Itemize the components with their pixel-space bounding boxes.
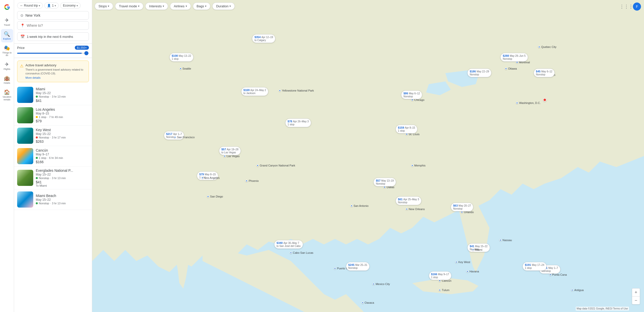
- filter-label: Interests: [149, 4, 162, 8]
- filter-chevron: ▾: [186, 5, 187, 8]
- map-pin-montreal-pin[interactable]: $288 May 29–Jun 5Nonstop: [500, 53, 528, 62]
- destination-thumbnail: [17, 107, 33, 123]
- price-label: Price: [17, 46, 25, 50]
- map-pin-sf[interactable]: $217 Apr 1–7Nonstop: [164, 131, 184, 140]
- main-panel: ↔ Round trip ▾ 👤 1 ▾ Economy ▾ ⊙ 📍: [14, 0, 92, 312]
- sidebar-item-explore[interactable]: 🔍 Explore: [1, 29, 13, 42]
- destination-dates: May 15–22: [36, 91, 89, 95]
- filter-duration-button[interactable]: Duration▾: [212, 3, 235, 10]
- filter-travel-mode-button[interactable]: Travel mode▾: [115, 3, 143, 10]
- destination-name: Cancún: [36, 148, 89, 152]
- trip-options: ↔ Round trip ▾ 👤 1 ▾ Economy ▾: [17, 3, 89, 9]
- origin-input[interactable]: [25, 13, 86, 17]
- flight-type: Nonstop: [39, 177, 49, 180]
- map-pin-cancun-pin[interactable]: $166 May 9–171 stop: [429, 271, 451, 280]
- map-pin-las-vegas[interactable]: $57 Apr 19–28to Las Vegas: [219, 147, 241, 155]
- destination-info: Miami Beach May 15–22 Nonstop · 3 hr 13 …: [36, 194, 89, 205]
- filter-chevron: ▾: [229, 5, 231, 8]
- pin-price: $45: [536, 70, 540, 73]
- user-avatar[interactable]: F: [633, 3, 641, 11]
- map-pin-dallas-pin[interactable]: $57 May 13–19Nonstop: [374, 178, 396, 186]
- apps-button[interactable]: ⋮⋮⋮: [622, 2, 631, 11]
- destination-dates: May 15–22: [36, 198, 89, 202]
- destination-input[interactable]: [27, 23, 86, 27]
- map-pin-stlouis-pin[interactable]: $159 Apr 8–151 stop: [396, 125, 417, 133]
- pin-price: $78: [288, 120, 292, 123]
- filter-bags-button[interactable]: Bags▾: [193, 3, 211, 10]
- zoom-out-button[interactable]: −: [632, 296, 640, 304]
- map-pin-miami-pin[interactable]: $41 May 15–22Nonstop: [467, 243, 490, 252]
- date-row[interactable]: 📅 1-week trip in the next 6 months: [17, 32, 89, 41]
- google-logo: [2, 2, 12, 12]
- filter-label: Stops: [98, 4, 107, 8]
- hotels-icon: 🏨: [4, 75, 10, 81]
- map-pin-banff[interactable]: $354 Apr 12–19to Calgary: [252, 34, 275, 43]
- filter-airlines-button[interactable]: Airlines▾: [170, 3, 191, 10]
- pin-sub: to San José del Cabo: [277, 245, 301, 247]
- pin-dates: May 13–19: [381, 179, 394, 182]
- sidebar-item-flights[interactable]: ✈ Flights: [1, 59, 13, 73]
- map-pin-jackson[interactable]: $169 Apr 24–May 2to Jackson: [241, 87, 268, 96]
- destination-item[interactable]: Los Angeles May 8–15 1 stop · 7 hr 49 mi…: [14, 105, 92, 126]
- flight-duration: 3 hr 17 min: [52, 136, 66, 139]
- pin-price: $61: [398, 198, 402, 201]
- map-pin-toronto-pin[interactable]: $186 May 22–29Nonstop: [467, 69, 491, 77]
- destination-name: Everglades National P...: [36, 168, 89, 173]
- filter-label: Bags: [197, 4, 204, 8]
- filter-chevron: ▾: [163, 5, 164, 8]
- destination-item[interactable]: Cancún May 9–17 1 stop · 6 hr 34 min $16…: [14, 146, 92, 166]
- map-pin-la-pin[interactable]: $79 May 8–151 stop: [197, 172, 218, 180]
- things-to-do-icon: 🎭: [4, 45, 10, 51]
- destination-info: Los Angeles May 8–15 1 stop · 7 hr 49 mi…: [36, 107, 89, 123]
- pin-price: $63: [453, 204, 458, 207]
- map-pin-neworleans-pin[interactable]: $61 Apr 25–May 3Nonstop: [396, 196, 421, 205]
- pin-dates: May 6–12: [541, 70, 552, 73]
- zoom-controls: + −: [632, 288, 640, 304]
- sidebar-item-hotels[interactable]: 🏨 Hotels: [1, 73, 13, 87]
- flight-type: 1 stop: [39, 116, 46, 119]
- destination-item[interactable]: Miami May 15–22 Nonstop · 3 hr 13 min $4…: [14, 85, 92, 105]
- sidebar-item-things-to-do[interactable]: 🎭 Things to do: [1, 43, 13, 59]
- zoom-in-button[interactable]: +: [632, 288, 640, 296]
- map-pin-boston-pin[interactable]: $45 May 6–12Nonstop: [534, 69, 555, 77]
- filter-interests-button[interactable]: Interests▾: [145, 3, 168, 10]
- round-trip-button[interactable]: ↔ Round trip ▾: [17, 3, 43, 9]
- origin-input-row[interactable]: ⊙: [17, 11, 89, 20]
- pin-price: $86: [403, 92, 408, 95]
- trip-type-icon: ↔: [20, 4, 23, 7]
- map-pin-sjcabo[interactable]: $340 Apr 30–May 7to San José del Cabo: [274, 240, 303, 249]
- flight-duration: 6 hr 34 min: [49, 156, 63, 159]
- price-slider[interactable]: [17, 51, 89, 56]
- pin-sub: to Las Vegas: [221, 151, 236, 154]
- cabin-button[interactable]: Economy ▾: [60, 3, 81, 9]
- map-pin-sdrcabo[interactable]: $191 May 17–241 stop: [523, 262, 547, 271]
- destination-flight-info: Nonstop · 3 hr 13 min: [36, 177, 89, 180]
- advisory-link[interactable]: More details: [25, 76, 41, 79]
- destination-info: Everglades National P... May 15–22 Nonst…: [36, 168, 89, 187]
- destination-item[interactable]: Everglades National P... May 15–22 Nonst…: [14, 166, 92, 189]
- map-pin-puertovallarta-pin[interactable]: $245 Mar 25–31Nonstop: [346, 262, 369, 271]
- destination-info: Miami May 15–22 Nonstop · 3 hr 13 min $4…: [36, 87, 89, 103]
- destination-item[interactable]: Key West May 15–22 Nonstop · 3 hr 17 min…: [14, 126, 92, 146]
- explore-icon: 🔍: [4, 31, 10, 37]
- map-pin-vancouver[interactable]: $108 May 13–221 stop: [170, 53, 193, 62]
- flight-quality-dot: [36, 136, 38, 138]
- map-pin-orlando-pin[interactable]: $63 May 20–27Nonstop: [451, 203, 473, 211]
- pin-price: $354: [254, 36, 260, 39]
- map-pin-chicago-pin[interactable]: $86 May 6–12Nonstop: [401, 91, 422, 99]
- destination-thumbnail: [17, 87, 33, 103]
- passengers-button[interactable]: 👤 1 ▾: [44, 3, 59, 9]
- map-pin-denver-pin[interactable]: $78 Apr 26–May 31 stop: [285, 119, 311, 127]
- destination-input-row[interactable]: 📍: [17, 21, 89, 30]
- destination-item[interactable]: Miami Beach May 15–22 Nonstop · 3 hr 13 …: [14, 189, 92, 210]
- advisory-icon: ⚠: [20, 64, 23, 79]
- pin-sub: Nonstop: [398, 201, 407, 204]
- slider-thumb[interactable]: [84, 51, 88, 55]
- pin-dates: May 17–24: [532, 264, 544, 266]
- sidebar-item-vacation-rentals[interactable]: 🏠 Vacation rentals: [1, 87, 13, 103]
- flight-duration: 3 hr 13 min: [52, 177, 66, 180]
- pin-dates: May 8–15: [205, 173, 216, 176]
- filter-label: Duration: [216, 4, 228, 8]
- filter-stops-button[interactable]: Stops▾: [95, 3, 113, 10]
- sidebar-item-travel[interactable]: ✈ Travel: [1, 15, 13, 29]
